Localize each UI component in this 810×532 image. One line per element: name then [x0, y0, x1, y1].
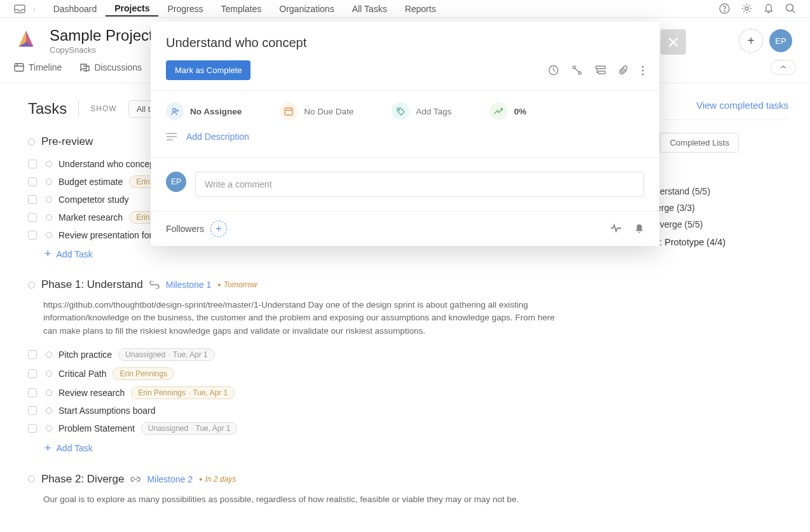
- milestone-link[interactable]: Milestone 2: [147, 474, 193, 484]
- project-title: Sample Project: [50, 27, 153, 44]
- task-status-dot: [46, 232, 52, 238]
- task-checkbox[interactable]: [28, 160, 37, 168]
- task-row[interactable]: Start Assumptions board: [28, 402, 607, 419]
- task-title: Review research: [58, 388, 125, 398]
- project-org: CopySnacks: [50, 45, 153, 55]
- section-title[interactable]: Pre-review: [41, 135, 93, 148]
- help-icon[interactable]: [719, 3, 730, 14]
- followers-label: Followers: [166, 224, 204, 234]
- tab-discussions[interactable]: Discussions: [79, 62, 142, 72]
- section-status-dot: [28, 282, 35, 289]
- task-row[interactable]: Critical PathErin Pennings: [28, 364, 607, 383]
- task-status-dot: [46, 407, 52, 414]
- section-phase-2: Phase 2: Diverge Milestone 2 In 2 days O…: [28, 473, 607, 506]
- task-checkbox[interactable]: [28, 388, 37, 397]
- nav-templates[interactable]: Templates: [212, 1, 270, 17]
- nav-projects[interactable]: Projects: [106, 1, 158, 17]
- due-badge: In 2 days: [199, 475, 236, 484]
- section-status-dot: [28, 475, 35, 482]
- task-checkbox[interactable]: [28, 369, 37, 378]
- milestone-link[interactable]: Milestone 1: [166, 280, 212, 290]
- task-row[interactable]: Problem StatementUnassigned·Tue, Apr 1: [28, 419, 607, 438]
- collapse-button[interactable]: [771, 60, 796, 75]
- section-title[interactable]: Phase 2: Diverge: [41, 473, 124, 486]
- task-checkbox[interactable]: [28, 350, 37, 359]
- section-phase-1: Phase 1: Understand Milestone 1 Tomorrow…: [28, 278, 607, 455]
- close-button[interactable]: ×: [664, 33, 682, 51]
- svg-point-16: [399, 109, 400, 111]
- add-task-button[interactable]: +Add Task: [45, 442, 607, 455]
- inbox-icon[interactable]: [14, 4, 25, 13]
- task-checkbox[interactable]: [28, 424, 37, 433]
- more-icon[interactable]: [642, 65, 644, 76]
- add-task-label: Add Task: [57, 443, 93, 453]
- calendar-icon: [280, 102, 298, 120]
- show-label: SHOW: [90, 104, 116, 113]
- assignee-chip[interactable]: Unassigned·Tue, Apr 1: [141, 422, 238, 435]
- tag-icon: [392, 102, 409, 120]
- tags-field[interactable]: Add Tags: [392, 102, 451, 120]
- task-title: Start Assumptions board: [58, 406, 156, 416]
- task-status-dot: [46, 425, 52, 432]
- task-title: Budget estimate: [58, 177, 123, 187]
- due-date-field[interactable]: No Due Date: [280, 102, 354, 120]
- svg-point-12: [642, 69, 644, 71]
- link-icon[interactable]: [130, 475, 141, 483]
- task-title: Competetor study: [58, 194, 129, 205]
- task-status-dot: [46, 371, 52, 377]
- svg-rect-9: [596, 66, 605, 69]
- task-checkbox[interactable]: [28, 177, 37, 186]
- tab-discussions-label: Discussions: [94, 62, 142, 72]
- svg-point-13: [642, 73, 644, 75]
- svg-point-4: [786, 4, 793, 11]
- nav-organizations[interactable]: Organizations: [270, 1, 343, 17]
- mark-complete-button[interactable]: Mark as Complete: [166, 60, 251, 80]
- task-status-dot: [46, 179, 52, 185]
- nav-progress[interactable]: Progress: [158, 1, 212, 17]
- search-icon[interactable]: [785, 3, 796, 14]
- task-checkbox[interactable]: [28, 213, 37, 222]
- activity-icon[interactable]: [610, 224, 622, 234]
- progress-field[interactable]: 0%: [490, 102, 526, 120]
- list-tab-completed[interactable]: Completed Lists: [661, 133, 738, 152]
- task-status-dot: [46, 351, 52, 358]
- assignee-field[interactable]: No Assignee: [166, 102, 242, 120]
- link-icon[interactable]: [149, 281, 160, 289]
- user-avatar[interactable]: EP: [769, 29, 792, 52]
- section-title[interactable]: Phase 1: Understand: [41, 278, 143, 291]
- add-member-button[interactable]: +: [739, 29, 763, 53]
- task-detail-modal: × Understand who concept Mark as Complet…: [151, 22, 659, 246]
- add-task-label: Add Task: [57, 249, 93, 259]
- add-task-button[interactable]: +Add Task: [45, 247, 607, 261]
- subtask-icon[interactable]: [595, 65, 606, 75]
- person-icon: [166, 102, 184, 120]
- nav-dashboard[interactable]: Dashboard: [45, 1, 106, 17]
- clock-icon[interactable]: [548, 65, 559, 76]
- assignee-chip[interactable]: Erin Pennings·Tue, Apr 1: [131, 386, 235, 399]
- assignee-chip[interactable]: Unassigned·Tue, Apr 1: [118, 348, 215, 361]
- task-row[interactable]: Pitch practiceUnassigned·Tue, Apr 1: [28, 345, 607, 364]
- section-description: https://github.com/thoughtbot/design-spr…: [43, 299, 565, 338]
- settings-icon[interactable]: [741, 3, 752, 14]
- add-follower-button[interactable]: +: [210, 221, 227, 237]
- add-description-link[interactable]: Add Description: [186, 132, 249, 142]
- chevron-right-icon: ›: [33, 5, 36, 13]
- nav-all-tasks[interactable]: All Tasks: [343, 1, 396, 17]
- task-checkbox[interactable]: [28, 406, 37, 415]
- assignee-chip[interactable]: Erin Pennings: [113, 367, 174, 380]
- description-icon: [166, 132, 177, 141]
- svg-rect-10: [598, 71, 605, 74]
- task-checkbox[interactable]: [28, 231, 37, 240]
- progress-value: 0%: [514, 107, 526, 116]
- task-checkbox[interactable]: [28, 195, 37, 204]
- bell-icon[interactable]: [635, 224, 644, 234]
- assignee-value: No Assignee: [190, 107, 242, 116]
- attachment-icon[interactable]: [619, 65, 629, 76]
- tab-timeline[interactable]: Timeline: [14, 62, 62, 72]
- nav-reports[interactable]: Reports: [396, 1, 445, 17]
- comment-input[interactable]: Write a comment: [195, 172, 644, 197]
- dependency-icon[interactable]: [572, 65, 582, 76]
- svg-rect-0: [15, 5, 25, 13]
- task-row[interactable]: Review researchErin Pennings·Tue, Apr 1: [28, 383, 607, 402]
- bell-icon[interactable]: [764, 3, 774, 14]
